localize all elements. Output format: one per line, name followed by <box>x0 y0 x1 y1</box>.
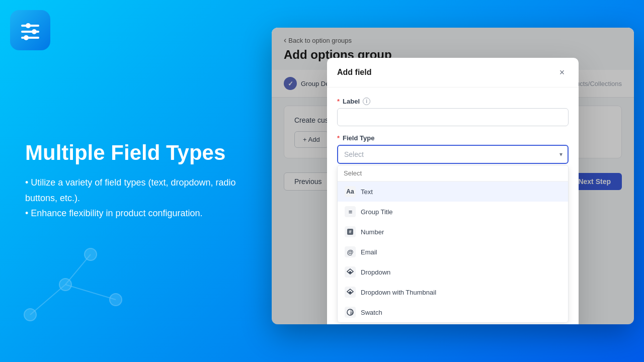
dropdown-search-input[interactable] <box>338 165 568 182</box>
number-icon: # <box>345 226 356 237</box>
field-type-dropdown: Aa Text ≡ Group Title # <box>337 165 569 323</box>
swatch-icon <box>345 307 356 318</box>
svg-point-12 <box>85 248 97 260</box>
dropdown-icon <box>345 266 356 278</box>
field-type-select-wrapper: Select ▾ <box>337 145 569 164</box>
dropdown-item-number[interactable]: # Number <box>338 222 568 242</box>
dropdown-item-swatch-label: Swatch <box>361 309 382 316</box>
dropdown-item-dropdown-thumbnail[interactable]: Dropdown with Thumbnail <box>338 282 568 302</box>
dropdown-thumbnail-icon <box>345 287 356 298</box>
field-type-label: * Field Type <box>337 134 569 142</box>
modal-title: Add field <box>337 68 371 77</box>
dropdown-item-text-label: Text <box>361 188 373 196</box>
add-field-modal: Add field × * Label i * <box>327 58 579 324</box>
dropdown-item-number-label: Number <box>361 228 384 236</box>
label-field-label: * Label i <box>337 98 569 105</box>
modal-close-button[interactable]: × <box>555 66 569 79</box>
svg-text:#: # <box>349 229 351 234</box>
svg-line-7 <box>65 285 116 300</box>
required-indicator: * <box>337 98 340 105</box>
field-type-select[interactable]: Select ▾ <box>337 145 569 164</box>
dropdown-item-group-title[interactable]: ≡ Group Title <box>338 202 568 222</box>
hero-bullet-item: Utilize a variety of field types (text, … <box>25 175 236 206</box>
dropdown-item-dropdown-thumbnail-label: Dropdown with Thumbnail <box>361 289 436 296</box>
email-icon: @ <box>345 246 356 257</box>
modal-overlay: Add field × * Label i * <box>272 28 634 324</box>
svg-point-11 <box>110 294 122 306</box>
field-type-text: Field Type <box>343 134 374 142</box>
hero-bullet-item: Enhance flexibility in product configura… <box>25 206 236 221</box>
app-icon <box>10 10 50 50</box>
svg-point-1 <box>26 23 31 28</box>
info-icon: i <box>363 98 370 105</box>
chevron-down-icon: ▾ <box>559 151 562 158</box>
label-input[interactable] <box>337 108 569 126</box>
modal-header: Add field × <box>327 58 579 87</box>
svg-point-9 <box>24 309 36 321</box>
text-icon: Aa <box>345 186 356 197</box>
required-indicator-2: * <box>337 134 340 142</box>
dropdown-item-email[interactable]: @ Email <box>338 242 568 262</box>
dropdown-item-dropdown[interactable]: Dropdown <box>338 262 568 282</box>
dropdown-item-email-label: Email <box>361 248 377 256</box>
svg-point-5 <box>24 35 29 40</box>
field-type-placeholder: Select <box>344 150 364 158</box>
svg-point-3 <box>32 29 37 34</box>
group-title-icon: ≡ <box>345 206 356 217</box>
dropdown-item-group-title-label: Group Title <box>361 208 393 216</box>
dropdown-item-text[interactable]: Aa Text <box>338 182 568 202</box>
dropdown-item-swatch[interactable]: Swatch <box>338 302 568 322</box>
label-text: Label <box>343 98 360 105</box>
field-type-field: * Field Type Select ▾ Aa <box>337 134 569 323</box>
right-panel: Back to option groups Add options group … <box>272 28 634 324</box>
svg-line-6 <box>30 285 65 315</box>
decorative-nodes <box>15 229 156 332</box>
hero-bullets: Utilize a variety of field types (text, … <box>25 175 236 221</box>
modal-body: * Label i * Field Type Select <box>327 87 579 324</box>
label-field: * Label i <box>337 98 569 126</box>
dropdown-item-dropdown-label: Dropdown <box>361 268 390 276</box>
hero-title: Multiple Field Types <box>25 141 236 165</box>
svg-point-10 <box>59 279 71 291</box>
